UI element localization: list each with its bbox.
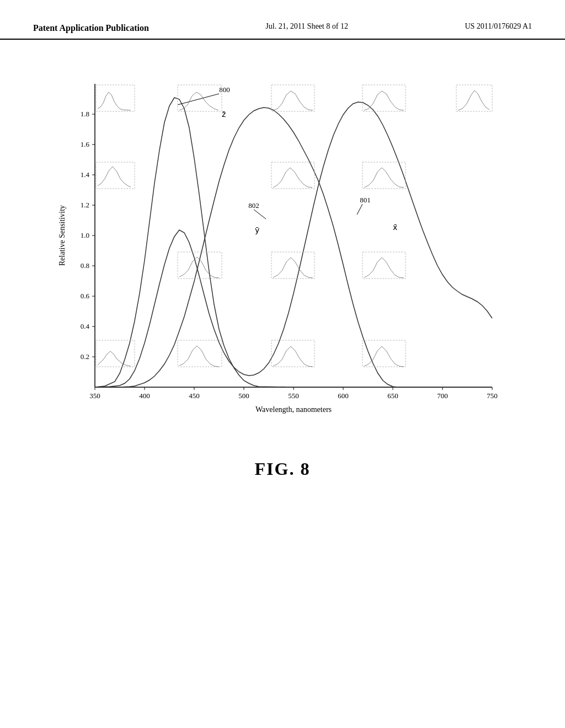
label-zbar: z̄ (222, 110, 226, 119)
svg-text:600: 600 (338, 392, 349, 400)
svg-text:Wavelength, nanometers: Wavelength, nanometers (255, 405, 332, 414)
label-801: 801 (360, 196, 371, 204)
svg-text:350: 350 (89, 392, 100, 400)
label-802: 802 (248, 201, 259, 210)
label-ybar: ȳ (255, 226, 259, 234)
svg-text:400: 400 (139, 392, 150, 400)
patent-number: US 2011/0176029 A1 (465, 22, 532, 31)
chart-svg: 0.2 0.4 0.6 0.8 1.0 1.2 1.4 1.6 1.8 (56, 73, 509, 448)
page-header: Patent Application Publication Jul. 21, … (0, 0, 565, 40)
svg-text:1.8: 1.8 (81, 110, 89, 118)
chart-area: 0.2 0.4 0.6 0.8 1.0 1.2 1.4 1.6 1.8 (56, 73, 509, 448)
svg-text:0.2: 0.2 (81, 352, 89, 361)
svg-text:650: 650 (387, 392, 398, 400)
publication-label: Patent Application Publication (33, 22, 149, 34)
svg-text:450: 450 (189, 392, 200, 400)
label-xbar: x̄ (393, 223, 397, 232)
svg-text:0.4: 0.4 (81, 322, 90, 330)
svg-text:1.4: 1.4 (81, 170, 90, 179)
figure-container: 0.2 0.4 0.6 0.8 1.0 1.2 1.4 1.6 1.8 (48, 73, 517, 479)
svg-text:1.6: 1.6 (81, 140, 90, 148)
svg-text:500: 500 (238, 392, 249, 400)
svg-text:0.6: 0.6 (81, 292, 90, 300)
figure-label: FIG. 8 (48, 459, 517, 479)
svg-text:1.0: 1.0 (81, 231, 89, 239)
svg-text:700: 700 (437, 392, 448, 400)
svg-text:550: 550 (288, 392, 299, 400)
svg-text:1.2: 1.2 (81, 201, 89, 209)
svg-text:0.8: 0.8 (81, 261, 89, 270)
sheet-info: Jul. 21, 2011 Sheet 8 of 12 (265, 22, 348, 31)
svg-text:750: 750 (487, 392, 498, 400)
svg-text:Relative Sensitivity: Relative Sensitivity (58, 205, 66, 266)
label-800: 800 (219, 85, 230, 94)
